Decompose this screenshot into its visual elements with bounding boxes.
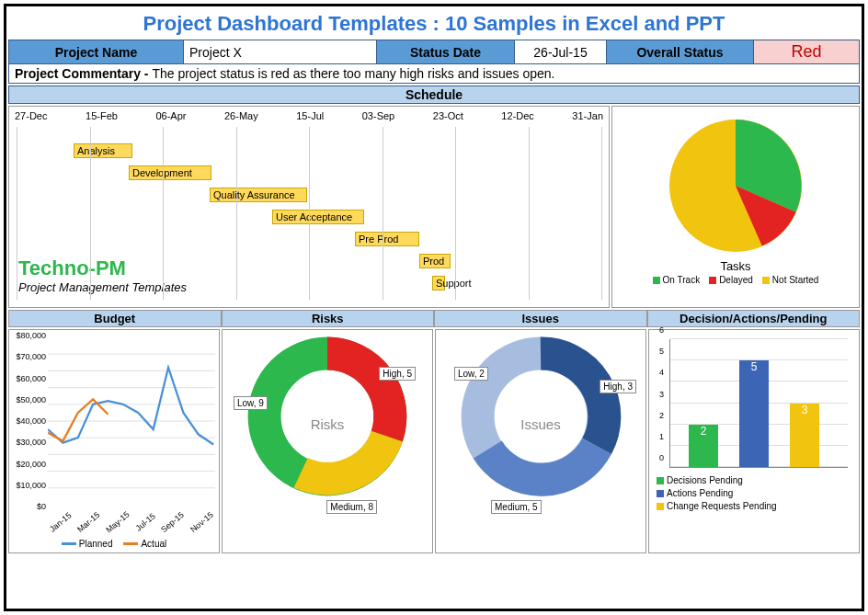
- y-tick: 4: [659, 368, 664, 377]
- x-tick: Jul-15: [134, 511, 157, 532]
- overall-status-label: Overall Status: [607, 40, 754, 63]
- legend-item: Change Requests Pending: [657, 501, 851, 511]
- legend-item: On Track: [653, 275, 701, 285]
- x-tick: Sep-15: [159, 510, 186, 534]
- tasks-pie-chart: Tasks On TrackDelayedNot Started: [611, 106, 860, 308]
- legend-item: Decisions Pending: [657, 475, 851, 485]
- x-tick: Nov-15: [188, 510, 215, 534]
- status-date-label: Status Date: [377, 40, 515, 63]
- schedule-header: Schedule: [8, 85, 860, 104]
- y-tick: 3: [659, 390, 664, 399]
- section-header: Risks: [222, 310, 435, 327]
- x-tick: May-15: [105, 510, 131, 535]
- bar[interactable]: 2: [689, 425, 718, 467]
- dashboard-frame: Project Dashboard Templates : 10 Samples…: [4, 4, 864, 611]
- project-name-label: Project Name: [9, 40, 184, 63]
- gantt-bar[interactable]: User Acceptance: [272, 210, 364, 224]
- bar[interactable]: 5: [739, 360, 769, 467]
- risks-medium-label: Medium, 8: [326, 500, 377, 514]
- section-header: Decision/Actions/Pending: [647, 310, 861, 327]
- gantt-bar[interactable]: Quality Assurance: [210, 188, 307, 202]
- section-header: Issues: [434, 310, 647, 327]
- y-tick: $80,000: [16, 331, 46, 340]
- y-tick: $0: [37, 502, 46, 511]
- y-tick: $50,000: [16, 395, 46, 404]
- gantt-tick: 31-Jan: [572, 110, 603, 121]
- gantt-bar[interactable]: Support: [432, 276, 445, 290]
- budget-chart: $80,000$70,000$60,000$50,000$40,000$30,0…: [8, 329, 220, 553]
- project-name-value[interactable]: Project X: [184, 40, 377, 63]
- gantt-tick: 23-Oct: [433, 110, 463, 121]
- issues-chart: Issues High, 3 Medium, 5 Low, 2: [435, 329, 646, 553]
- tasks-pie-icon: [657, 112, 814, 259]
- logo-subtitle: Project Management Templates: [18, 280, 187, 294]
- dap-chart: 0123456253 Decisions PendingActions Pend…: [648, 329, 860, 553]
- gantt-tick: 15-Feb: [86, 110, 118, 121]
- y-tick: $60,000: [16, 374, 46, 383]
- x-tick: Mar-15: [75, 510, 101, 534]
- overall-status-value: Red: [754, 40, 859, 63]
- risks-high-label: High, 5: [379, 367, 416, 381]
- y-tick: 5: [659, 347, 664, 356]
- commentary-label: Project Commentary -: [15, 66, 152, 81]
- issues-low-label: Low, 2: [454, 367, 488, 381]
- logo-title: Techno-PM: [18, 256, 187, 280]
- budget-line-icon: [48, 336, 215, 507]
- risks-low-label: Low, 9: [234, 396, 268, 410]
- commentary-text: The project status is red as there too m…: [152, 66, 554, 81]
- page-title: Project Dashboard Templates : 10 Samples…: [8, 8, 860, 40]
- y-tick: 1: [659, 432, 664, 441]
- gantt-tick: 15-Jul: [296, 110, 324, 121]
- gantt-tick: 03-Sep: [362, 110, 394, 121]
- y-tick: 0: [659, 453, 664, 462]
- gantt-tick: 26-May: [224, 110, 258, 121]
- issues-medium-label: Medium, 5: [491, 500, 542, 514]
- commentary-row: Project Commentary - The project status …: [8, 64, 860, 84]
- legend-item: Actions Pending: [657, 488, 851, 498]
- gantt-bar[interactable]: Development: [129, 165, 211, 180]
- gantt-bar[interactable]: Analysis: [74, 143, 132, 158]
- issues-center-label: Issues: [520, 416, 560, 431]
- gantt-tick: 27-Dec: [15, 110, 47, 121]
- risks-center-label: Risks: [311, 416, 345, 431]
- gantt-tick: 12-Dec: [501, 110, 533, 121]
- legend-item: Delayed: [709, 275, 753, 285]
- gantt-tick: 06-Apr: [155, 110, 186, 121]
- y-tick: $70,000: [16, 352, 46, 361]
- status-date-value[interactable]: 26-Jul-15: [515, 40, 607, 63]
- issues-high-label: High, 3: [600, 380, 636, 393]
- risks-chart: Risks High, 5 Medium, 8 Low, 9: [222, 329, 433, 553]
- bar[interactable]: 3: [790, 404, 819, 468]
- x-tick: Jan-15: [48, 510, 74, 533]
- y-tick: 6: [659, 325, 664, 335]
- gantt-chart: 27-Dec15-Feb06-Apr26-May15-Jul03-Sep23-O…: [8, 106, 610, 308]
- y-tick: $30,000: [16, 438, 46, 447]
- tasks-pie-title: Tasks: [720, 259, 750, 273]
- y-tick: $40,000: [16, 416, 46, 426]
- legend-item: Planned: [62, 539, 113, 549]
- header-row: Project Name Project X Status Date 26-Ju…: [8, 40, 860, 64]
- legend-item: Actual: [123, 539, 166, 549]
- legend-item: Not Started: [762, 275, 819, 285]
- y-tick: $10,000: [16, 481, 46, 490]
- y-tick: $20,000: [16, 460, 46, 469]
- section-header: Budget: [8, 310, 222, 327]
- gantt-bar[interactable]: Prod: [419, 254, 451, 268]
- y-tick: 2: [659, 411, 664, 420]
- logo: Techno-PM Project Management Templates: [18, 256, 187, 294]
- gantt-bar[interactable]: Pre Prod: [355, 232, 419, 246]
